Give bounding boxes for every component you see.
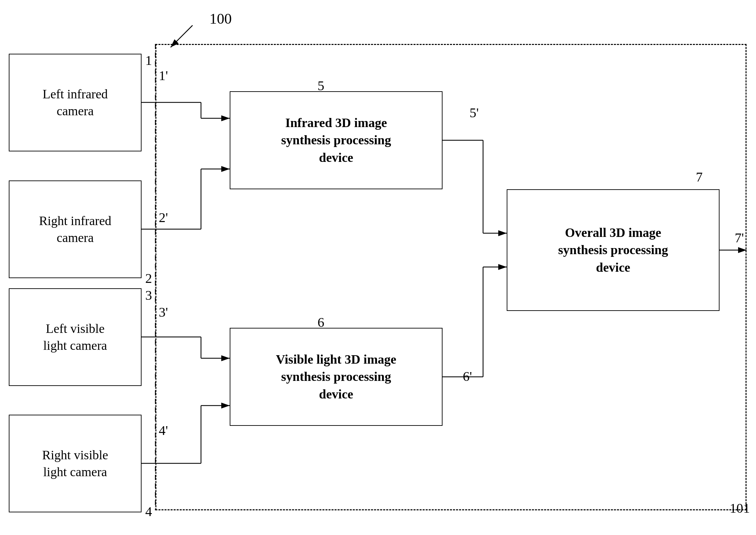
label-6: 6 xyxy=(318,314,324,330)
left-visible-camera-label: Left visiblelight camera xyxy=(43,320,107,354)
label-2prime: 2' xyxy=(159,210,168,225)
right-infrared-camera-label: Right infraredcamera xyxy=(39,213,111,246)
label-3: 3 xyxy=(145,287,152,303)
left-visible-camera-box: Left visiblelight camera xyxy=(9,288,142,386)
label-2: 2 xyxy=(145,270,152,286)
label-1: 1 xyxy=(145,52,152,68)
infrared-3d-proc-box: Infrared 3D imagesynthesis processingdev… xyxy=(230,91,443,189)
right-visible-camera-label: Right visiblelight camera xyxy=(42,447,108,480)
label-7: 7 xyxy=(696,169,703,185)
left-infrared-camera-label: Left infraredcamera xyxy=(43,86,108,119)
label-6prime: 6' xyxy=(463,368,472,384)
label-5: 5 xyxy=(318,78,324,94)
diagram: 100 101 Left infraredcamera Right infrar… xyxy=(0,0,756,535)
visible-3d-proc-box: Visible light 3D imagesynthesis processi… xyxy=(230,328,443,426)
overall-3d-proc-box: Overall 3D imagesynthesis processingdevi… xyxy=(507,189,720,311)
label-4: 4 xyxy=(145,504,152,519)
label-7prime: 7' xyxy=(735,230,744,246)
label-101: 101 xyxy=(730,500,750,516)
right-infrared-camera-box: Right infraredcamera xyxy=(9,180,142,278)
label-100: 100 xyxy=(209,10,232,27)
left-infrared-camera-box: Left infraredcamera xyxy=(9,54,142,151)
label-1prime: 1' xyxy=(159,68,168,83)
label-4prime: 4' xyxy=(159,422,168,438)
right-visible-camera-box: Right visiblelight camera xyxy=(9,415,142,512)
overall-3d-proc-label: Overall 3D imagesynthesis processingdevi… xyxy=(558,224,668,276)
label-3prime: 3' xyxy=(159,304,168,320)
visible-3d-proc-label: Visible light 3D imagesynthesis processi… xyxy=(276,351,396,403)
label-5prime: 5' xyxy=(470,105,479,121)
infrared-3d-proc-label: Infrared 3D imagesynthesis processingdev… xyxy=(281,114,391,166)
